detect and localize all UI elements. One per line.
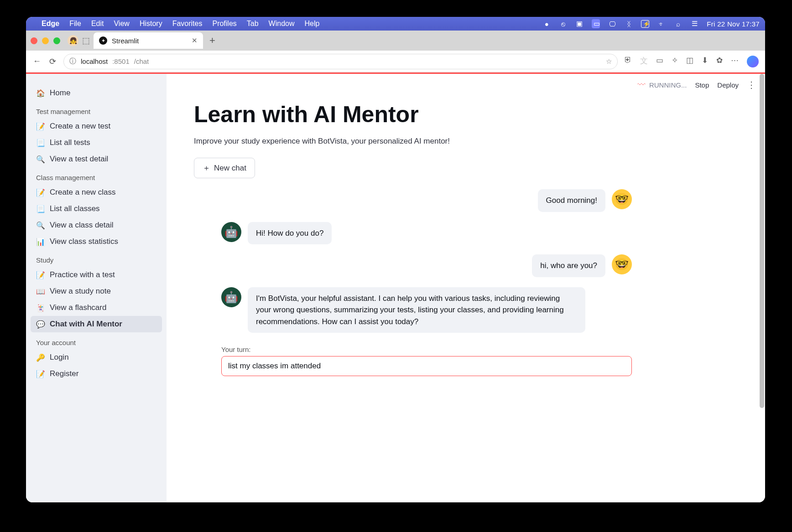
collections-icon[interactable]: ✿ (716, 56, 723, 67)
menu-edit[interactable]: Edit (91, 20, 104, 28)
page-subtitle: Improve your study experience with BotVi… (194, 137, 632, 146)
sidebar-item-create-class[interactable]: 📝Create a new class (31, 184, 162, 201)
sidebar-item-label: Register (50, 369, 78, 378)
stage-icon[interactable]: ▭ (592, 19, 600, 28)
stop-button[interactable]: Stop (695, 81, 709, 89)
sidebar-item-study-note[interactable]: 📖View a study note (31, 283, 162, 300)
card-icon: 🃏 (36, 304, 45, 312)
workspaces-icon[interactable]: ⬚ (82, 36, 90, 46)
chat-message-user: hi, who are you? 🤓 (194, 254, 632, 277)
streamlit-topbar: 〰 RUNNING... Stop Deploy ⋮ (628, 74, 765, 96)
control-center-icon[interactable]: ☰ (690, 20, 698, 28)
browser-tab[interactable]: ✦ Streamlit ✕ (94, 32, 203, 49)
sidebar-item-home[interactable]: 🏠 Home (31, 85, 162, 101)
airplay-icon[interactable]: ⎋ (559, 20, 567, 28)
search-icon[interactable]: ⌕ (674, 20, 682, 28)
sidebar-item-login[interactable]: 🔑Login (31, 349, 162, 366)
chat-bubble: Hi! How do you do? (248, 222, 332, 245)
minimize-window-button[interactable] (42, 37, 49, 44)
bot-avatar-icon: 🤖 (221, 287, 241, 307)
scrollbar-thumb[interactable] (760, 74, 764, 408)
sidebar-item-view-class[interactable]: 🔍View a class detail (31, 217, 162, 233)
tab-favicon-icon: ✦ (99, 36, 107, 45)
app-name[interactable]: Edge (42, 20, 59, 28)
site-info-icon[interactable]: ⓘ (69, 57, 76, 66)
sidebar-item-flashcard[interactable]: 🃏View a flashcard (31, 300, 162, 316)
url-host: localhost (81, 57, 108, 65)
back-button[interactable]: ← (32, 57, 42, 66)
display-icon[interactable]: 🖵 (608, 20, 616, 28)
menu-window[interactable]: Window (269, 20, 295, 28)
tab-title: Streamlit (112, 37, 139, 45)
magnifier-icon: 🔍 (36, 221, 45, 230)
tab-close-icon[interactable]: ✕ (192, 36, 198, 45)
list-icon: 📃 (36, 139, 45, 147)
chart-icon: 📊 (36, 238, 45, 246)
key-icon: 🔑 (36, 353, 45, 362)
new-chat-button[interactable]: ＋ New chat (194, 158, 255, 178)
sidebar-item-view-test[interactable]: 🔍View a test detail (31, 151, 162, 167)
running-label: RUNNING... (649, 81, 687, 89)
chat-area: Good morning! 🤓 🤖 Hi! How do you do? hi,… (194, 189, 632, 333)
link-icon[interactable]: ᛝ (625, 20, 633, 28)
scrollbar[interactable] (760, 74, 764, 502)
sidebar-section-study: Study (31, 250, 162, 267)
menu-history[interactable]: History (140, 20, 162, 28)
menu-favorites[interactable]: Favorites (172, 20, 203, 28)
profile-avatar-icon[interactable]: 👧 (68, 35, 78, 46)
app-menu-icon[interactable]: ⋮ (747, 79, 756, 90)
close-window-button[interactable] (31, 37, 37, 44)
sidebar-item-chat-mentor[interactable]: 💬Chat with AI Mentor (31, 316, 162, 332)
menu-file[interactable]: File (69, 20, 81, 28)
new-chat-label: New chat (214, 164, 246, 173)
content: Learn with AI Mentor Improve your study … (167, 74, 677, 387)
screen-icon[interactable]: ▣ (575, 20, 584, 28)
favorite-icon[interactable]: ☆ (606, 57, 612, 66)
sidebar-item-label: View a study note (50, 287, 111, 296)
sidebar-section-test: Test management (31, 101, 162, 118)
tab-strip: 👧 ⬚ ✦ Streamlit ✕ + (26, 31, 765, 51)
sidebar-item-label: Home (50, 88, 70, 98)
wallet-icon[interactable]: ▭ (656, 56, 663, 67)
sidebar-item-practice[interactable]: 📝Practice with a test (31, 267, 162, 283)
app-body: 🏠 Home Test management 📝Create a new tes… (26, 74, 765, 502)
sidebar-item-label: View class statistics (50, 237, 118, 246)
deploy-button[interactable]: Deploy (717, 81, 739, 89)
chat-input[interactable] (221, 356, 632, 376)
downloads-icon[interactable]: ⬇ (702, 56, 708, 67)
user-avatar-icon: 🤓 (612, 189, 632, 209)
sidebar-item-list-tests[interactable]: 📃List all tests (31, 134, 162, 151)
running-indicator: 〰 RUNNING... (637, 80, 687, 90)
chat-message-bot: 🤖 Hi! How do you do? (221, 222, 632, 245)
chat-message-user: Good morning! 🤓 (194, 189, 632, 212)
menu-help[interactable]: Help (305, 20, 320, 28)
new-tab-button[interactable]: + (209, 35, 215, 46)
sidebar-item-label: View a test detail (50, 155, 108, 164)
copilot-icon[interactable] (747, 56, 759, 67)
extensions-icon[interactable]: ✧ (672, 56, 678, 67)
record-icon[interactable]: ● (542, 20, 551, 28)
menu-profiles[interactable]: Profiles (212, 20, 236, 28)
shield-icon[interactable]: ⛨ (624, 56, 632, 67)
wifi-icon[interactable]: ᯤ (657, 20, 666, 28)
address-bar[interactable]: ⓘ localhost:8501/chat ☆ (63, 54, 618, 69)
battery-icon[interactable]: ⚡ (641, 20, 649, 28)
clock[interactable]: Fri 22 Nov 17:37 (707, 20, 760, 28)
sidebar-item-class-stats[interactable]: 📊View class statistics (31, 233, 162, 250)
url-port: :8501 (112, 57, 130, 65)
chat-input-section: Your turn: (221, 346, 632, 376)
sidebar-item-label: List all tests (50, 138, 90, 147)
maximize-window-button[interactable] (53, 37, 60, 44)
more-icon[interactable]: ⋯ (731, 56, 739, 67)
sidebar-section-class: Class management (31, 167, 162, 184)
running-icon: 〰 (637, 80, 646, 90)
split-icon[interactable]: ◫ (686, 56, 693, 67)
sidebar-item-list-classes[interactable]: 📃List all classes (31, 201, 162, 217)
sidebar-item-create-test[interactable]: 📝Create a new test (31, 118, 162, 134)
translate-icon[interactable]: 文 (640, 56, 648, 67)
chat-bubble: hi, who are you? (532, 254, 605, 277)
reload-button[interactable]: ⟳ (48, 57, 57, 67)
menu-tab[interactable]: Tab (247, 20, 259, 28)
menu-view[interactable]: View (114, 20, 129, 28)
sidebar-item-register[interactable]: 📝Register (31, 366, 162, 382)
